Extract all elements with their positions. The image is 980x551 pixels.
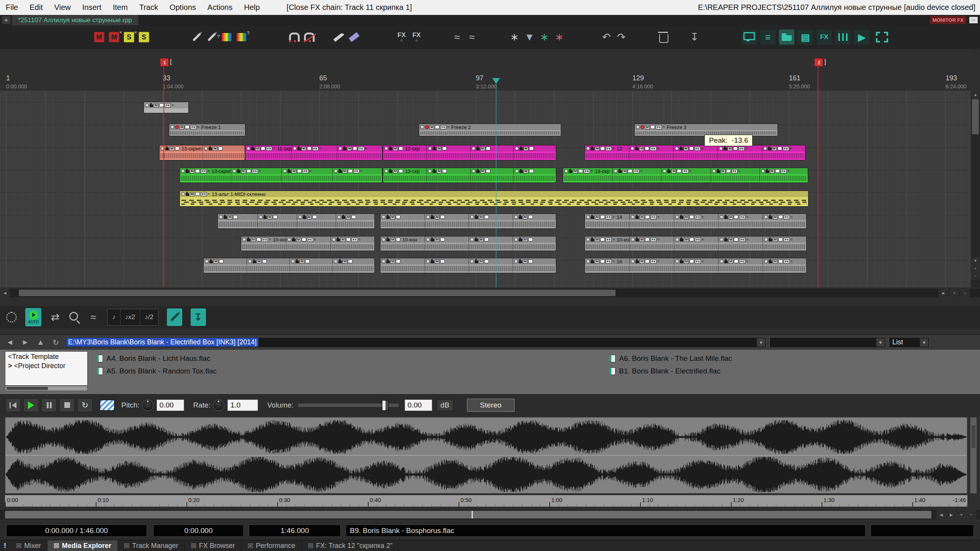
item-notes-icon: [195, 192, 200, 196]
item-notes-icon: [351, 215, 356, 219]
lock-icon: [263, 216, 267, 219]
media-item[interactable]: MMMM: [380, 214, 556, 229]
item-knob-icon: [181, 169, 185, 173]
item-mute-icon: M: [390, 259, 395, 264]
item-knob-icon: [472, 169, 475, 173]
lock-icon: [766, 170, 769, 173]
lock-icon: [342, 216, 345, 219]
item-notes-icon: [219, 259, 224, 263]
item-knob-icon: [283, 169, 287, 173]
item-notes-icon: [175, 147, 180, 150]
lock-icon: [292, 239, 296, 241]
lock-icon: [667, 170, 671, 173]
lock-icon: [724, 239, 728, 241]
item-knob-icon: [338, 147, 342, 150]
item-knob-icon: [515, 169, 519, 173]
item-knob-icon: [720, 238, 724, 241]
item-mute-icon: M: [435, 238, 439, 242]
media-item[interactable]: MFX≈13-скрMFX≈MFX≈MFX≈MFX≈: [563, 168, 808, 183]
scroll-down-icon[interactable]: ▼: [971, 257, 980, 264]
item-fx-icon: FX: [739, 259, 745, 264]
item-fx-icon: FX: [307, 238, 313, 242]
lock-icon: [150, 104, 153, 107]
media-item[interactable]: M13-скрMMM: [383, 168, 556, 183]
item-notes-icon: [261, 147, 265, 150]
item-notes-icon: [528, 215, 533, 219]
media-item[interactable]: MFX≈10-контрабасMFX≈MFX≈: [241, 236, 375, 251]
item-notes-icon: [528, 259, 533, 263]
media-item[interactable]: MFX≈12MFX≈MFX≈MFX≈MFX≈: [585, 145, 805, 160]
clips-layer: MFX≈MFX≈Freeze 1MFX≈Freeze 2MFX≈Freeze 3…: [0, 0, 980, 551]
item-knob-icon: [564, 169, 568, 173]
item-knob-icon: [298, 215, 302, 219]
item-mute-icon: M: [307, 215, 312, 219]
media-item[interactable]: MFX≈13-альт 1-MIDI-склеено: [180, 191, 808, 207]
item-mute-icon: M: [190, 169, 194, 173]
item-notes-icon: [733, 147, 738, 150]
item-mute-icon: M: [343, 169, 347, 173]
media-item[interactable]: MFX≈13-скрипка 1MFX≈MFX≈MFX≈: [180, 168, 382, 183]
lock-icon: [724, 216, 728, 219]
scroll-up-icon[interactable]: ▲: [971, 91, 980, 98]
lock-icon: [635, 239, 639, 241]
record-arm-icon: [175, 125, 179, 129]
lock-icon: [186, 193, 189, 196]
item-fx-icon: FX: [739, 238, 745, 242]
item-envelope-icon: ≈: [790, 147, 792, 150]
lock-icon: [519, 170, 523, 173]
item-mute-icon: M: [595, 147, 599, 151]
item-mute-icon: M: [684, 238, 689, 242]
arrange-vscrollbar[interactable]: ▲ ▼ + −: [971, 91, 980, 287]
zoom-out-v-icon[interactable]: −: [971, 272, 980, 280]
item-knob-icon: [384, 147, 388, 150]
media-item[interactable]: MFX≈Freeze 1: [169, 124, 245, 136]
item-mute-icon: M: [728, 215, 733, 219]
media-item[interactable]: MMMM: [217, 214, 375, 229]
media-item[interactable]: MMMM: [380, 258, 556, 273]
item-mute-icon: M: [773, 238, 777, 242]
item-label: Freeze 2: [451, 124, 471, 130]
media-item[interactable]: MFX≈11-скрипкаMFX≈MFX≈: [245, 145, 382, 160]
lock-icon: [519, 216, 522, 219]
media-item[interactable]: M13-скрипM: [159, 145, 245, 160]
item-envelope-icon: ≈: [172, 103, 174, 107]
media-item[interactable]: MMMM: [203, 258, 375, 273]
media-item[interactable]: MFX≈10-конMFX≈MFX≈MFX≈MFX≈: [585, 236, 807, 251]
item-mute-icon: M: [437, 169, 441, 173]
lock-icon: [431, 239, 434, 241]
item-label: 12: [617, 146, 622, 152]
item-notes-icon: [628, 169, 632, 173]
media-item[interactable]: MFX≈14MFX≈MFX≈MFX≈MFX≈: [585, 214, 807, 229]
item-notes-icon: [218, 147, 223, 150]
item-mute-icon: M: [595, 238, 599, 242]
media-item[interactable]: MFX≈16MFX≈MFX≈MFX≈MFX≈: [585, 258, 807, 273]
media-item[interactable]: MFX≈: [144, 102, 189, 113]
item-knob-icon: [763, 147, 767, 150]
lock-icon: [768, 148, 771, 150]
item-mute-icon: M: [435, 215, 439, 219]
item-mute-icon: M: [595, 215, 599, 219]
vscroll-thumb[interactable]: [972, 99, 979, 134]
item-notes-icon: [302, 238, 306, 241]
item-envelope-icon: ≈: [657, 215, 660, 219]
media-item[interactable]: M12-скрMMM: [383, 145, 556, 160]
item-notes-icon: [442, 147, 447, 150]
item-knob-icon: [514, 238, 518, 241]
item-fx-icon: FX: [650, 238, 657, 242]
item-mute-icon: M: [523, 259, 528, 264]
item-notes-icon: [346, 238, 351, 241]
item-knob-icon: [382, 215, 385, 219]
item-mute-icon: M: [430, 125, 434, 129]
item-envelope-icon: ≈: [273, 147, 275, 150]
item-notes-icon: [233, 215, 238, 219]
item-knob-icon: [332, 238, 336, 241]
zoom-in-v-icon[interactable]: +: [971, 264, 980, 272]
media-item[interactable]: MFX≈Freeze 2: [419, 124, 561, 136]
item-envelope-icon: ≈: [269, 238, 271, 241]
item-knob-icon: [630, 147, 634, 150]
media-item[interactable]: M10-конMMM: [380, 236, 556, 251]
lock-icon: [680, 239, 683, 241]
item-envelope-icon: ≈: [663, 125, 665, 129]
item-knob-icon: [761, 169, 765, 173]
item-fx-icon: FX: [695, 215, 701, 219]
